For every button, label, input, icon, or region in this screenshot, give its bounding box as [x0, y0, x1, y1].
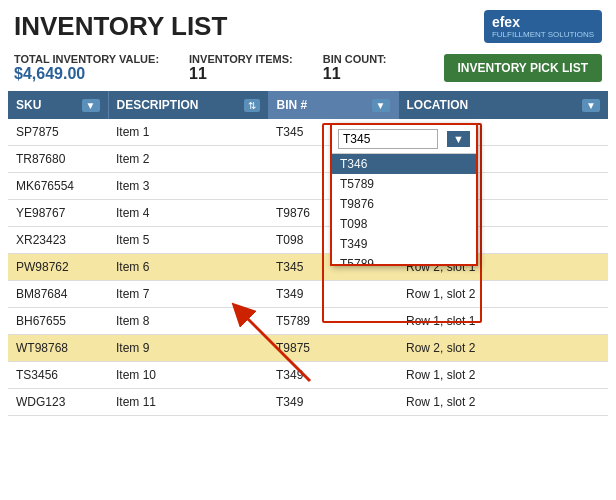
cell-bin: T9875: [268, 335, 398, 362]
dropdown-option-t349[interactable]: T349: [332, 234, 476, 254]
table-row: TS3456Item 10T349Row 1, slot 2: [8, 362, 608, 389]
cell-description: Item 2: [108, 146, 268, 173]
items-label: INVENTORY ITEMS:: [189, 53, 293, 65]
cell-location: Row 1, slot 2: [398, 281, 608, 308]
col-location: LOCATION ▼: [398, 91, 608, 119]
pick-list-button[interactable]: INVENTORY PICK LIST: [444, 54, 602, 82]
table-header-row: SKU ▼ DESCRIPTION ⇅ BIN # ▼: [8, 91, 608, 119]
cell-sku: TS3456: [8, 362, 108, 389]
table-row: PW98762Item 6T345Row 2, slot 1: [8, 254, 608, 281]
cell-bin: T349: [268, 389, 398, 416]
desc-filter-btn[interactable]: ⇅: [244, 99, 260, 112]
logo-sub: FULFILLMENT SOLUTIONS: [492, 30, 594, 39]
dropdown-option-t9876[interactable]: T9876: [332, 194, 476, 214]
logo: efex FULFILLMENT SOLUTIONS: [484, 10, 602, 43]
dropdown-option-t098[interactable]: T098: [332, 214, 476, 234]
page-title: INVENTORY LIST: [14, 11, 227, 42]
cell-sku: XR23423: [8, 227, 108, 254]
table-row: MK676554Item 3Row 1, slot 1: [8, 173, 608, 200]
cell-bin: T5789: [268, 308, 398, 335]
stats-bar: TOTAL INVENTORY VALUE: $4,649.00 INVENTO…: [0, 49, 616, 91]
col-description: DESCRIPTION ⇅: [108, 91, 268, 119]
logo-text: efex: [492, 14, 520, 30]
table-row: BM87684Item 7T349Row 1, slot 2: [8, 281, 608, 308]
dropdown-header: ▼: [332, 125, 476, 154]
table-row: SP7875Item 1T345Row 2, slot 1: [8, 119, 608, 146]
bin-dropdown[interactable]: ▼ T346 T5789 T9876 T098 T349 T5789 T9875: [330, 123, 478, 266]
cell-bin: T349: [268, 281, 398, 308]
dropdown-list: T346 T5789 T9876 T098 T349 T5789 T9875: [332, 154, 476, 264]
table-row: YE98767Item 4T9876Row 3, slot 2: [8, 200, 608, 227]
cell-location: Row 2, slot 2: [398, 335, 608, 362]
dropdown-close-btn[interactable]: ▼: [447, 131, 470, 147]
cell-sku: TR87680: [8, 146, 108, 173]
cell-location: Row 1, slot 2: [398, 389, 608, 416]
table-row: WT98768Item 9T9875Row 2, slot 2: [8, 335, 608, 362]
location-filter-btn[interactable]: ▼: [582, 99, 600, 112]
cell-description: Item 3: [108, 173, 268, 200]
items-value: 11: [189, 65, 293, 83]
cell-sku: SP7875: [8, 119, 108, 146]
table-row: BH67655Item 8T5789Row 1, slot 1: [8, 308, 608, 335]
table-row: XR23423Item 5T098Row 3, slot 1: [8, 227, 608, 254]
cell-location: Row 1, slot 1: [398, 308, 608, 335]
cell-description: Item 1: [108, 119, 268, 146]
bin-value: 11: [323, 65, 387, 83]
cell-description: Item 4: [108, 200, 268, 227]
cell-description: Item 10: [108, 362, 268, 389]
bin-count-block: BIN COUNT: 11: [323, 53, 387, 83]
inventory-table-wrapper: SKU ▼ DESCRIPTION ⇅ BIN # ▼: [0, 91, 616, 424]
cell-sku: BH67655: [8, 308, 108, 335]
bin-filter-btn[interactable]: ▼: [372, 99, 390, 112]
cell-sku: MK676554: [8, 173, 108, 200]
cell-description: Item 8: [108, 308, 268, 335]
items-block: INVENTORY ITEMS: 11: [189, 53, 293, 83]
dropdown-option-t5789a[interactable]: T5789: [332, 174, 476, 194]
col-sku: SKU ▼: [8, 91, 108, 119]
cell-bin: T349: [268, 362, 398, 389]
cell-sku: YE98767: [8, 200, 108, 227]
table-row: WDG123Item 11T349Row 1, slot 2: [8, 389, 608, 416]
cell-sku: WT98768: [8, 335, 108, 362]
total-value: $4,649.00: [14, 65, 159, 83]
cell-description: Item 11: [108, 389, 268, 416]
inventory-table: SKU ▼ DESCRIPTION ⇅ BIN # ▼: [8, 91, 608, 416]
total-value-block: TOTAL INVENTORY VALUE: $4,649.00: [14, 53, 159, 83]
cell-sku: WDG123: [8, 389, 108, 416]
total-label: TOTAL INVENTORY VALUE:: [14, 53, 159, 65]
col-bin: BIN # ▼: [268, 91, 398, 119]
cell-sku: PW98762: [8, 254, 108, 281]
table-row: TR87680Item 2Row 2, slot 1: [8, 146, 608, 173]
cell-description: Item 9: [108, 335, 268, 362]
cell-location: Row 1, slot 2: [398, 362, 608, 389]
bin-label: BIN COUNT:: [323, 53, 387, 65]
page-header: INVENTORY LIST efex FULFILLMENT SOLUTION…: [0, 0, 616, 49]
dropdown-option-t346[interactable]: T346: [332, 154, 476, 174]
cell-description: Item 5: [108, 227, 268, 254]
dropdown-option-t5789b[interactable]: T5789: [332, 254, 476, 264]
cell-description: Item 6: [108, 254, 268, 281]
cell-sku: BM87684: [8, 281, 108, 308]
cell-description: Item 7: [108, 281, 268, 308]
dropdown-search-input[interactable]: [338, 129, 438, 149]
sku-filter-btn[interactable]: ▼: [82, 99, 100, 112]
